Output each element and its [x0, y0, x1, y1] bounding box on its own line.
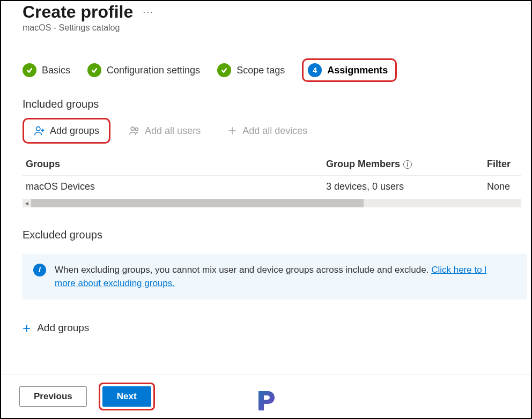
next-button[interactable]: Next [102, 386, 151, 407]
wizard-stepper: Basics Configuration settings Scope tags… [23, 58, 531, 82]
plus-icon: + [23, 321, 31, 335]
scrollbar-thumb[interactable] [31, 199, 364, 207]
add-all-devices-button[interactable]: Add all devices [219, 121, 315, 141]
table-row[interactable]: macOS Devices 3 devices, 0 users None [23, 176, 521, 198]
brand-logo-icon [253, 388, 279, 414]
step-label: Basics [42, 65, 70, 76]
add-all-users-button[interactable]: Add all users [121, 121, 208, 141]
button-label: Add groups [50, 125, 99, 137]
person-add-icon [34, 125, 46, 137]
step-label: Configuration settings [107, 65, 200, 76]
next-button-highlight: Next [99, 383, 155, 410]
step-assignments[interactable]: 4 Assignments [302, 58, 397, 82]
step-number-icon: 4 [308, 63, 322, 77]
learn-more-link[interactable]: Click here to l [431, 265, 486, 275]
excluded-groups-info-banner: i When excluding groups, you cannot mix … [23, 254, 527, 300]
svg-point-4 [135, 128, 138, 131]
checkmark-icon [23, 63, 36, 77]
people-icon [129, 125, 141, 137]
included-groups-toolbar: Add groups Add all users Add all devic [23, 118, 531, 144]
horizontal-scrollbar[interactable]: ◄ [23, 199, 521, 207]
step-scope-tags[interactable]: Scope tags [217, 63, 285, 77]
button-label: Add all devices [242, 125, 307, 137]
column-group-members[interactable]: Group Members i [326, 159, 487, 170]
excluded-add-groups-button[interactable]: + Add groups [23, 321, 531, 335]
column-filter[interactable]: Filter [487, 159, 524, 170]
cell-group-members: 3 devices, 0 users [326, 181, 487, 192]
table-header: Groups Group Members i Filter [23, 153, 521, 176]
svg-point-0 [36, 127, 40, 131]
info-icon: i [33, 264, 46, 276]
wizard-footer: Previous Next [1, 375, 531, 418]
learn-more-link[interactable]: more about excluding groups. [55, 278, 175, 288]
included-groups-table: Groups Group Members i Filter macOS Devi… [23, 153, 521, 207]
step-configuration-settings[interactable]: Configuration settings [87, 63, 200, 77]
step-basics[interactable]: Basics [23, 63, 70, 77]
button-label: Add all users [145, 125, 201, 137]
info-icon[interactable]: i [403, 160, 412, 169]
cell-filter: None [487, 181, 524, 192]
column-groups[interactable]: Groups [26, 159, 326, 170]
svg-point-3 [131, 127, 134, 130]
page-subtitle: macOS - Settings catalog [23, 23, 531, 33]
included-groups-heading: Included groups [23, 98, 531, 110]
checkmark-icon [87, 63, 101, 77]
checkmark-icon [217, 63, 231, 77]
cell-group-name: macOS Devices [26, 181, 326, 192]
excluded-groups-heading: Excluded groups [23, 229, 531, 241]
info-text: When excluding groups, you cannot mix us… [55, 264, 486, 290]
page-title: Create profile [23, 2, 133, 22]
more-menu-icon[interactable]: ··· [143, 6, 154, 18]
step-label: Scope tags [237, 65, 285, 76]
add-groups-button[interactable]: Add groups [23, 118, 110, 144]
step-label: Assignments [327, 65, 388, 76]
scroll-left-arrow-icon[interactable]: ◄ [23, 199, 31, 207]
previous-button[interactable]: Previous [19, 386, 87, 407]
plus-icon [226, 125, 238, 137]
button-label: Add groups [37, 322, 89, 334]
